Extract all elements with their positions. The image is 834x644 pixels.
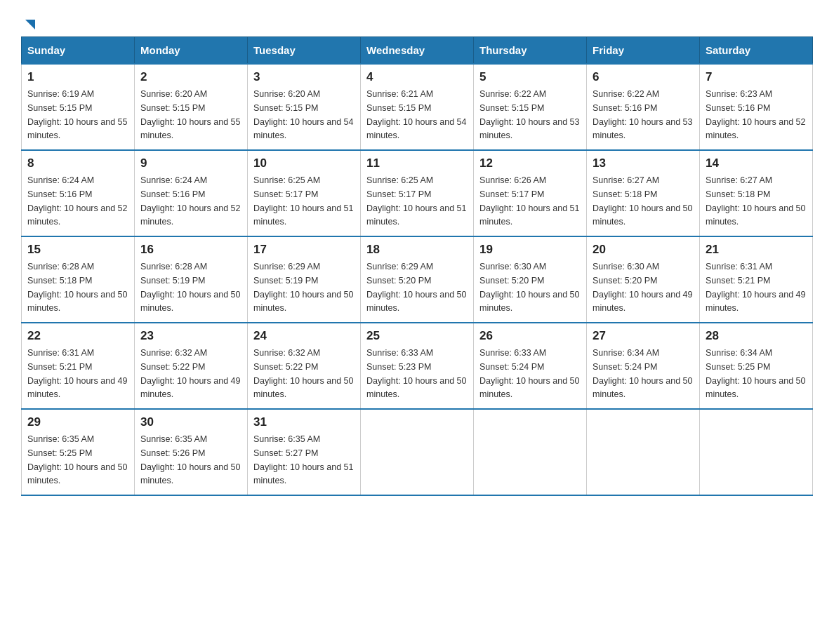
day-info: Sunrise: 6:29 AMSunset: 5:20 PMDaylight:… <box>366 262 466 313</box>
calendar-cell: 25 Sunrise: 6:33 AMSunset: 5:23 PMDaylig… <box>361 323 474 409</box>
day-info: Sunrise: 6:32 AMSunset: 5:22 PMDaylight:… <box>140 348 240 399</box>
calendar-cell: 1 Sunrise: 6:19 AMSunset: 5:15 PMDayligh… <box>22 64 135 150</box>
day-number: 9 <box>140 156 241 170</box>
calendar-cell: 19 Sunrise: 6:30 AMSunset: 5:20 PMDaylig… <box>474 236 587 323</box>
calendar-week-row: 29 Sunrise: 6:35 AMSunset: 5:25 PMDaylig… <box>22 409 813 495</box>
calendar-week-row: 8 Sunrise: 6:24 AMSunset: 5:16 PMDayligh… <box>22 150 813 236</box>
calendar-cell: 29 Sunrise: 6:35 AMSunset: 5:25 PMDaylig… <box>22 409 135 495</box>
day-info: Sunrise: 6:35 AMSunset: 5:27 PMDaylight:… <box>253 434 353 485</box>
day-number: 28 <box>706 329 807 343</box>
day-number: 5 <box>479 70 581 84</box>
calendar-cell: 30 Sunrise: 6:35 AMSunset: 5:26 PMDaylig… <box>135 409 248 495</box>
calendar-cell: 26 Sunrise: 6:33 AMSunset: 5:24 PMDaylig… <box>474 323 587 409</box>
day-info: Sunrise: 6:34 AMSunset: 5:24 PMDaylight:… <box>593 348 692 399</box>
day-number: 13 <box>593 156 694 170</box>
day-number: 8 <box>27 156 128 170</box>
weekday-header-sunday: Sunday <box>22 37 135 65</box>
day-number: 2 <box>140 70 241 84</box>
calendar-cell: 10 Sunrise: 6:25 AMSunset: 5:17 PMDaylig… <box>248 150 361 236</box>
day-info: Sunrise: 6:28 AMSunset: 5:18 PMDaylight:… <box>27 262 127 313</box>
calendar-cell: 8 Sunrise: 6:24 AMSunset: 5:16 PMDayligh… <box>22 150 135 236</box>
calendar-table: SundayMondayTuesdayWednesdayThursdayFrid… <box>21 36 813 496</box>
day-number: 31 <box>253 415 355 429</box>
day-info: Sunrise: 6:35 AMSunset: 5:25 PMDaylight:… <box>27 434 127 485</box>
day-number: 14 <box>706 156 807 170</box>
weekday-header-thursday: Thursday <box>474 37 587 65</box>
day-info: Sunrise: 6:30 AMSunset: 5:20 PMDaylight:… <box>479 262 579 313</box>
day-number: 23 <box>140 329 241 343</box>
day-number: 29 <box>27 415 128 429</box>
day-info: Sunrise: 6:20 AMSunset: 5:15 PMDaylight:… <box>253 89 353 140</box>
weekday-header-tuesday: Tuesday <box>248 37 361 65</box>
calendar-cell: 6 Sunrise: 6:22 AMSunset: 5:16 PMDayligh… <box>587 64 700 150</box>
calendar-cell <box>361 409 474 495</box>
day-number: 21 <box>706 243 807 257</box>
calendar-cell: 13 Sunrise: 6:27 AMSunset: 5:18 PMDaylig… <box>587 150 700 236</box>
day-number: 18 <box>366 243 468 257</box>
day-info: Sunrise: 6:21 AMSunset: 5:15 PMDaylight:… <box>366 89 466 140</box>
day-number: 22 <box>27 329 128 343</box>
calendar-cell: 11 Sunrise: 6:25 AMSunset: 5:17 PMDaylig… <box>361 150 474 236</box>
day-info: Sunrise: 6:28 AMSunset: 5:19 PMDaylight:… <box>140 262 240 313</box>
day-info: Sunrise: 6:25 AMSunset: 5:17 PMDaylight:… <box>253 175 353 227</box>
day-info: Sunrise: 6:23 AMSunset: 5:16 PMDaylight:… <box>706 89 805 140</box>
calendar-week-row: 22 Sunrise: 6:31 AMSunset: 5:21 PMDaylig… <box>22 323 813 409</box>
weekday-header-monday: Monday <box>135 37 248 65</box>
day-info: Sunrise: 6:26 AMSunset: 5:17 PMDaylight:… <box>479 175 579 227</box>
calendar-cell: 17 Sunrise: 6:29 AMSunset: 5:19 PMDaylig… <box>248 236 361 323</box>
day-number: 10 <box>253 156 355 170</box>
weekday-header-friday: Friday <box>587 37 700 65</box>
logo <box>21 14 38 29</box>
calendar-cell: 7 Sunrise: 6:23 AMSunset: 5:16 PMDayligh… <box>700 64 813 150</box>
day-info: Sunrise: 6:31 AMSunset: 5:21 PMDaylight:… <box>27 348 127 399</box>
day-number: 7 <box>706 70 807 84</box>
day-info: Sunrise: 6:29 AMSunset: 5:19 PMDaylight:… <box>253 262 353 313</box>
day-info: Sunrise: 6:32 AMSunset: 5:22 PMDaylight:… <box>253 348 353 399</box>
day-number: 3 <box>253 70 355 84</box>
calendar-cell: 27 Sunrise: 6:34 AMSunset: 5:24 PMDaylig… <box>587 323 700 409</box>
day-info: Sunrise: 6:27 AMSunset: 5:18 PMDaylight:… <box>706 175 805 227</box>
day-number: 30 <box>140 415 241 429</box>
calendar-week-row: 15 Sunrise: 6:28 AMSunset: 5:18 PMDaylig… <box>22 236 813 323</box>
day-number: 15 <box>27 243 128 257</box>
day-info: Sunrise: 6:33 AMSunset: 5:23 PMDaylight:… <box>366 348 466 399</box>
calendar-cell: 22 Sunrise: 6:31 AMSunset: 5:21 PMDaylig… <box>22 323 135 409</box>
page-header <box>21 14 813 29</box>
day-number: 6 <box>593 70 694 84</box>
day-number: 19 <box>479 243 581 257</box>
weekday-header-saturday: Saturday <box>700 37 813 65</box>
day-number: 27 <box>593 329 694 343</box>
calendar-cell <box>474 409 587 495</box>
day-number: 26 <box>479 329 581 343</box>
calendar-cell: 4 Sunrise: 6:21 AMSunset: 5:15 PMDayligh… <box>361 64 474 150</box>
day-info: Sunrise: 6:24 AMSunset: 5:16 PMDaylight:… <box>27 175 127 227</box>
day-number: 1 <box>27 70 128 84</box>
day-info: Sunrise: 6:20 AMSunset: 5:15 PMDaylight:… <box>140 89 240 140</box>
calendar-cell: 16 Sunrise: 6:28 AMSunset: 5:19 PMDaylig… <box>135 236 248 323</box>
day-info: Sunrise: 6:35 AMSunset: 5:26 PMDaylight:… <box>140 434 240 485</box>
day-number: 20 <box>593 243 694 257</box>
logo-triangle-icon <box>22 17 38 32</box>
weekday-header-row: SundayMondayTuesdayWednesdayThursdayFrid… <box>22 37 813 65</box>
calendar-cell: 31 Sunrise: 6:35 AMSunset: 5:27 PMDaylig… <box>248 409 361 495</box>
day-info: Sunrise: 6:33 AMSunset: 5:24 PMDaylight:… <box>479 348 579 399</box>
day-info: Sunrise: 6:34 AMSunset: 5:25 PMDaylight:… <box>706 348 805 399</box>
calendar-week-row: 1 Sunrise: 6:19 AMSunset: 5:15 PMDayligh… <box>22 64 813 150</box>
day-info: Sunrise: 6:22 AMSunset: 5:15 PMDaylight:… <box>479 89 579 140</box>
svg-marker-0 <box>25 20 35 29</box>
calendar-cell: 15 Sunrise: 6:28 AMSunset: 5:18 PMDaylig… <box>22 236 135 323</box>
day-info: Sunrise: 6:24 AMSunset: 5:16 PMDaylight:… <box>140 175 240 227</box>
calendar-cell: 9 Sunrise: 6:24 AMSunset: 5:16 PMDayligh… <box>135 150 248 236</box>
day-info: Sunrise: 6:31 AMSunset: 5:21 PMDaylight:… <box>706 262 805 313</box>
day-number: 17 <box>253 243 355 257</box>
calendar-cell: 21 Sunrise: 6:31 AMSunset: 5:21 PMDaylig… <box>700 236 813 323</box>
day-info: Sunrise: 6:27 AMSunset: 5:18 PMDaylight:… <box>593 175 692 227</box>
day-number: 4 <box>366 70 468 84</box>
calendar-cell <box>700 409 813 495</box>
calendar-cell: 28 Sunrise: 6:34 AMSunset: 5:25 PMDaylig… <box>700 323 813 409</box>
calendar-cell: 18 Sunrise: 6:29 AMSunset: 5:20 PMDaylig… <box>361 236 474 323</box>
day-info: Sunrise: 6:19 AMSunset: 5:15 PMDaylight:… <box>27 89 127 140</box>
calendar-cell: 3 Sunrise: 6:20 AMSunset: 5:15 PMDayligh… <box>248 64 361 150</box>
weekday-header-wednesday: Wednesday <box>361 37 474 65</box>
day-number: 16 <box>140 243 241 257</box>
